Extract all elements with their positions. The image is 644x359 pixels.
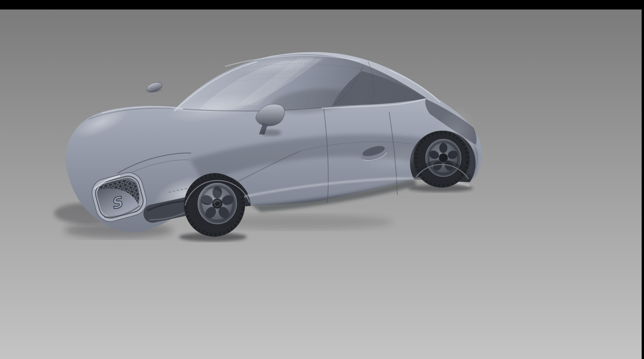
rear-rim-shade: [426, 139, 461, 176]
front-rim-sheen: [199, 189, 222, 204]
far-mirror-bump: [145, 81, 163, 94]
car-model-render: S: [0, 0, 644, 359]
car-model[interactable]: S: [54, 49, 482, 241]
right-letterbox-bar: [642, 0, 644, 359]
mirror-shadow: [261, 129, 281, 136]
app-window: S: [0, 0, 644, 359]
top-letterbox-bar: [0, 0, 644, 9]
